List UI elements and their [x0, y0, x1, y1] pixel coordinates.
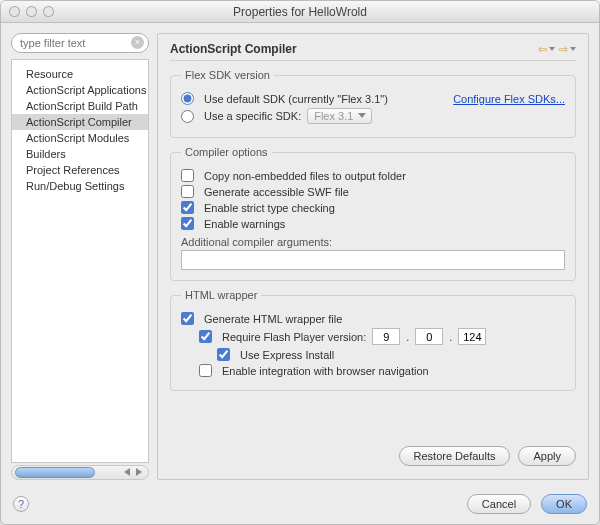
nav-item-builders[interactable]: Builders: [12, 146, 148, 162]
enable-warnings-label: Enable warnings: [204, 218, 285, 230]
additional-args-input[interactable]: [181, 250, 565, 270]
sidebar: × Resource ActionScript Applications Act…: [11, 33, 149, 480]
use-specific-sdk-radio[interactable]: [181, 110, 194, 123]
titlebar: Properties for HelloWrold: [1, 1, 599, 23]
flash-version-minor-input[interactable]: [415, 328, 443, 345]
properties-dialog: Properties for HelloWrold × Resource Act…: [0, 0, 600, 525]
html-wrapper-group: HTML wrapper Generate HTML wrapper file …: [170, 289, 576, 391]
use-default-sdk-radio[interactable]: [181, 92, 194, 105]
express-install-checkbox[interactable]: [217, 348, 230, 361]
html-wrapper-legend: HTML wrapper: [181, 289, 261, 301]
additional-args-label: Additional compiler arguments:: [181, 236, 565, 248]
enable-warnings-checkbox[interactable]: [181, 217, 194, 230]
scrollbar-thumb[interactable]: [15, 467, 95, 478]
browser-navigation-checkbox[interactable]: [199, 364, 212, 377]
main-panel: ActionScript Compiler ⇦ ⇨ Flex SDK versi…: [157, 33, 589, 480]
strict-type-checkbox[interactable]: [181, 201, 194, 214]
flex-sdk-legend: Flex SDK version: [181, 69, 274, 81]
nav-item-as-modules[interactable]: ActionScript Modules: [12, 130, 148, 146]
forward-history-button[interactable]: ⇨: [559, 43, 576, 56]
back-history-button[interactable]: ⇦: [538, 43, 555, 56]
flash-version-patch-input[interactable]: [458, 328, 486, 345]
filter-input[interactable]: [11, 33, 149, 53]
nav-item-run-debug-settings[interactable]: Run/Debug Settings: [12, 178, 148, 194]
require-flash-version-checkbox[interactable]: [199, 330, 212, 343]
flash-version-major-input[interactable]: [372, 328, 400, 345]
nav-item-as-compiler[interactable]: ActionScript Compiler: [12, 114, 148, 130]
generate-html-label: Generate HTML wrapper file: [204, 313, 342, 325]
nav-item-project-references[interactable]: Project References: [12, 162, 148, 178]
apply-button[interactable]: Apply: [518, 446, 576, 466]
browser-navigation-label: Enable integration with browser navigati…: [222, 365, 429, 377]
window-title: Properties for HelloWrold: [1, 5, 599, 19]
require-flash-version-label: Require Flash Player version:: [222, 331, 366, 343]
configure-flex-sdks-link[interactable]: Configure Flex SDKs...: [453, 93, 565, 105]
accessible-swf-label: Generate accessible SWF file: [204, 186, 349, 198]
use-default-sdk-label: Use default SDK (currently "Flex 3.1"): [204, 93, 388, 105]
flex-sdk-group: Flex SDK version Use default SDK (curren…: [170, 69, 576, 138]
use-specific-sdk-label: Use a specific SDK:: [204, 110, 301, 122]
sidebar-hscrollbar[interactable]: [11, 465, 149, 480]
cancel-button[interactable]: Cancel: [467, 494, 531, 514]
copy-files-checkbox[interactable]: [181, 169, 194, 182]
accessible-swf-checkbox[interactable]: [181, 185, 194, 198]
compiler-options-group: Compiler options Copy non-embedded files…: [170, 146, 576, 281]
nav-item-as-applications[interactable]: ActionScript Applications: [12, 82, 148, 98]
copy-files-label: Copy non-embedded files to output folder: [204, 170, 406, 182]
help-button[interactable]: ?: [13, 496, 29, 512]
nav-item-resource[interactable]: Resource: [12, 66, 148, 82]
specific-sdk-select[interactable]: Flex 3.1: [307, 108, 372, 124]
page-title: ActionScript Compiler: [170, 42, 297, 56]
clear-filter-icon[interactable]: ×: [131, 36, 144, 49]
ok-button[interactable]: OK: [541, 494, 587, 514]
generate-html-checkbox[interactable]: [181, 312, 194, 325]
compiler-options-legend: Compiler options: [181, 146, 272, 158]
strict-type-label: Enable strict type checking: [204, 202, 335, 214]
nav-item-as-build-path[interactable]: ActionScript Build Path: [12, 98, 148, 114]
express-install-label: Use Express Install: [240, 349, 334, 361]
nav-tree: Resource ActionScript Applications Actio…: [11, 59, 149, 463]
restore-defaults-button[interactable]: Restore Defaults: [399, 446, 511, 466]
dialog-footer: ? Cancel OK: [1, 490, 599, 524]
